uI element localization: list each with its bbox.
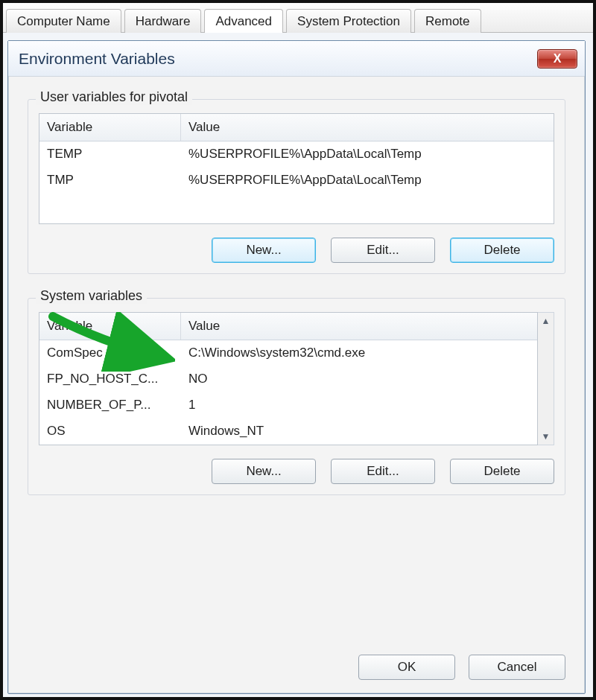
list-headers: Variable Value xyxy=(39,114,554,141)
cell-variable: TEMP xyxy=(39,141,181,167)
user-variables-group: User variables for pivotal Variable Valu… xyxy=(28,99,565,274)
cell-variable: NUMBER_OF_P... xyxy=(39,392,181,418)
tab-system-protection[interactable]: System Protection xyxy=(286,9,411,33)
ok-button[interactable]: OK xyxy=(358,655,455,680)
close-icon: X xyxy=(554,52,562,66)
environment-variables-dialog: Environment Variables X User variables f… xyxy=(7,40,586,694)
column-value[interactable]: Value xyxy=(181,114,554,141)
table-row[interactable]: OS Windows_NT xyxy=(39,419,537,445)
system-variables-legend: System variables xyxy=(36,288,147,304)
titlebar: Environment Variables X xyxy=(8,41,585,77)
system-buttons-row: New... Edit... Delete xyxy=(39,459,554,484)
close-button[interactable]: X xyxy=(537,49,577,69)
cell-variable: FP_NO_HOST_C... xyxy=(39,366,181,392)
user-new-button[interactable]: New... xyxy=(212,238,316,263)
system-edit-button[interactable]: Edit... xyxy=(331,459,435,484)
user-variables-list[interactable]: Variable Value TEMP %USERPROFILE%\AppDat… xyxy=(39,113,554,224)
property-tabs: Computer Name Hardware Advanced System P… xyxy=(3,3,593,33)
cell-variable: OS xyxy=(39,419,181,444)
cell-value: %USERPROFILE%\AppData\Local\Temp xyxy=(181,168,554,193)
system-variables-group: System variables Variable Value ComSpec … xyxy=(28,298,565,495)
cell-value: 1 xyxy=(181,392,537,418)
dialog-title: Environment Variables xyxy=(19,50,537,68)
user-edit-button[interactable]: Edit... xyxy=(331,238,435,263)
cell-variable: TMP xyxy=(39,168,181,193)
cell-value: C:\Windows\system32\cmd.exe xyxy=(181,340,537,366)
column-variable[interactable]: Variable xyxy=(39,313,181,340)
tab-advanced[interactable]: Advanced xyxy=(204,9,283,33)
system-variables-list[interactable]: Variable Value ComSpec C:\Windows\system… xyxy=(39,312,538,445)
column-variable[interactable]: Variable xyxy=(39,114,181,141)
tab-hardware[interactable]: Hardware xyxy=(124,9,202,33)
user-variables-legend: User variables for pivotal xyxy=(36,89,192,105)
cell-value: Windows_NT xyxy=(181,419,537,444)
user-delete-button[interactable]: Delete xyxy=(450,238,554,263)
table-row[interactable]: NUMBER_OF_P... 1 xyxy=(39,392,537,419)
cancel-button[interactable]: Cancel xyxy=(469,655,565,680)
table-row[interactable]: TEMP %USERPROFILE%\AppData\Local\Temp xyxy=(39,141,554,168)
dialog-body: User variables for pivotal Variable Valu… xyxy=(8,77,585,526)
scrollbar[interactable]: ▲ ▼ xyxy=(538,312,554,445)
cell-value: NO xyxy=(181,366,537,392)
table-row[interactable]: ComSpec C:\Windows\system32\cmd.exe xyxy=(39,340,537,366)
system-delete-button[interactable]: Delete xyxy=(450,459,554,484)
tab-computer-name[interactable]: Computer Name xyxy=(6,9,121,33)
table-row[interactable]: FP_NO_HOST_C... NO xyxy=(39,366,537,392)
scroll-down-icon[interactable]: ▼ xyxy=(542,431,551,442)
cell-value: %USERPROFILE%\AppData\Local\Temp xyxy=(181,141,554,167)
scroll-up-icon[interactable]: ▲ xyxy=(542,316,551,326)
cell-variable: ComSpec xyxy=(39,340,181,366)
table-row[interactable]: TMP %USERPROFILE%\AppData\Local\Temp xyxy=(39,168,554,194)
user-buttons-row: New... Edit... Delete xyxy=(39,238,554,263)
column-value[interactable]: Value xyxy=(181,313,537,340)
dialog-footer: OK Cancel xyxy=(358,655,565,680)
tab-remote[interactable]: Remote xyxy=(414,9,481,33)
system-new-button[interactable]: New... xyxy=(212,459,316,484)
list-headers: Variable Value xyxy=(39,313,537,340)
